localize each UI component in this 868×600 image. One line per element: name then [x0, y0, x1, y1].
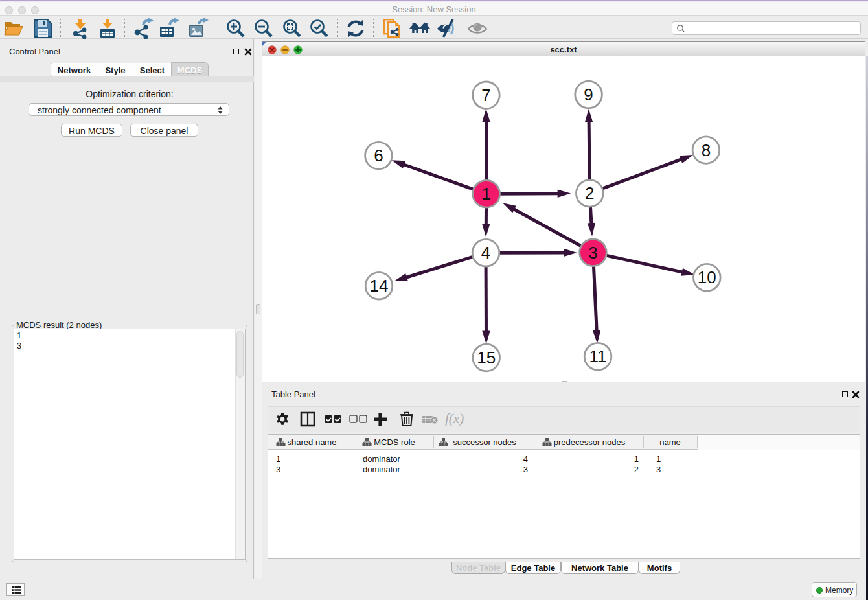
svg-text:15: 15: [477, 348, 496, 367]
svg-text:14: 14: [370, 276, 389, 295]
svg-text:11: 11: [589, 347, 607, 366]
svg-text:6: 6: [374, 146, 383, 165]
svg-text:4: 4: [481, 243, 490, 262]
svg-text:9: 9: [584, 85, 593, 104]
svg-text:1: 1: [481, 184, 490, 203]
svg-text:7: 7: [481, 86, 490, 105]
svg-text:10: 10: [698, 268, 716, 287]
svg-text:8: 8: [702, 141, 711, 160]
svg-text:3: 3: [588, 243, 597, 262]
svg-text:2: 2: [585, 183, 594, 203]
